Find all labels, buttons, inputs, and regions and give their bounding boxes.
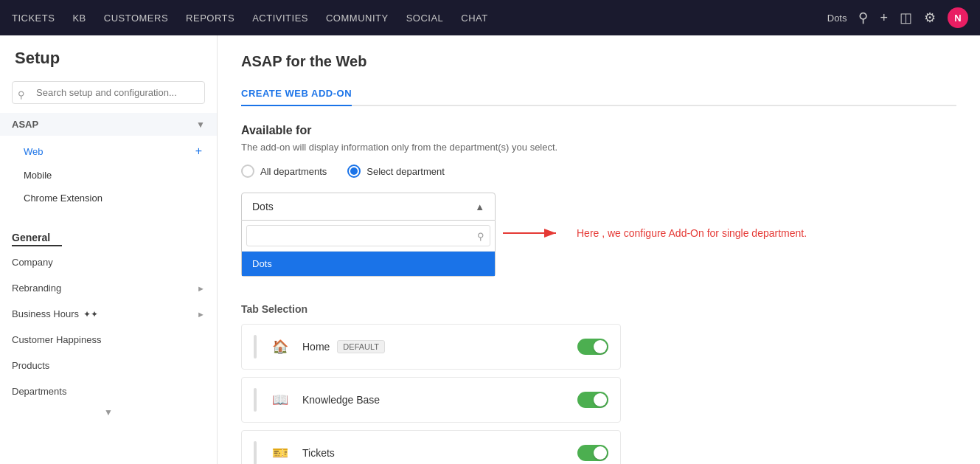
chrome-extension-label: Chrome Extension — [24, 193, 102, 204]
sidebar-item-mobile[interactable]: Mobile — [0, 164, 217, 187]
department-dropdown-menu: ⚲ Dots — [241, 221, 496, 277]
business-hours-chevron-icon: ► — [197, 310, 205, 319]
products-label: Products — [12, 360, 49, 371]
toggle-row-knowledge-base: 📖 Knowledge Base — [241, 377, 621, 423]
customer-happiness-label: Customer Happiness — [12, 334, 101, 345]
kb-label-text: Knowledge Base — [302, 394, 380, 406]
sidebar-item-chrome-extension[interactable]: Chrome Extension — [0, 187, 217, 210]
rebranding-chevron-icon: ► — [197, 284, 205, 293]
asap-section-label: ASAP — [12, 119, 38, 130]
tickets-toggle-label: Tickets — [302, 447, 577, 459]
toggle-row-tickets: 🎫 Tickets — [241, 430, 621, 464]
nav-reports[interactable]: REPORTS — [186, 10, 234, 27]
radio-circle-all — [241, 165, 254, 178]
toggle-row-home: 🏠 Home DEFAULT — [241, 324, 621, 370]
scroll-indicator: ▼ — [0, 404, 217, 420]
sidebar-item-web[interactable]: Web + — [0, 139, 217, 164]
nav-chat[interactable]: CHAT — [461, 10, 487, 27]
department-dropdown-trigger[interactable]: Dots ▲ — [241, 193, 496, 221]
sidebar-item-departments[interactable]: Departments — [0, 378, 217, 404]
web-label: Web — [24, 146, 44, 157]
sidebar-item-rebranding[interactable]: Rebranding ► — [0, 275, 217, 301]
department-dropdown-wrapper: Dots ▲ ⚲ Dots — [241, 193, 496, 221]
sidebar-item-customer-happiness[interactable]: Customer Happiness — [0, 327, 217, 353]
dropdown-search-wrapper: ⚲ — [242, 221, 495, 252]
radio-all-departments[interactable]: All departments — [241, 165, 327, 178]
dropdown-chevron-icon: ▲ — [475, 201, 484, 212]
asap-chevron-icon: ▼ — [196, 120, 205, 130]
home-default-badge: DEFAULT — [337, 340, 385, 353]
search-icon[interactable]: ⚲ — [858, 10, 868, 26]
department-radio-group: All departments Select department — [241, 165, 956, 178]
radio-circle-select — [347, 165, 361, 178]
drag-handle-kb[interactable] — [254, 388, 257, 412]
kb-icon: 📖 — [267, 387, 293, 413]
asap-section-header[interactable]: ASAP ▼ — [0, 113, 217, 136]
sidebar-item-products[interactable]: Products — [0, 353, 217, 378]
avatar[interactable]: N — [948, 7, 968, 28]
tab-bar: CREATE WEB ADD-ON — [241, 82, 956, 106]
sidebar-search-icon: ⚲ — [18, 89, 25, 100]
company-label: Company — [12, 257, 53, 268]
nav-kb[interactable]: KB — [72, 10, 86, 27]
sidebar-search-input[interactable] — [12, 81, 205, 104]
asap-sub-items: Web + Mobile Chrome Extension — [0, 136, 217, 212]
nav-activities[interactable]: ACTIVITIES — [252, 10, 308, 27]
available-for-heading: Available for — [241, 124, 956, 137]
dropdown-selected-value: Dots — [252, 201, 274, 212]
annotation-arrow-svg — [503, 222, 562, 244]
top-navigation: TICKETS KB CUSTOMERS REPORTS ACTIVITIES … — [0, 0, 980, 35]
nav-social[interactable]: SOCIAL — [406, 10, 444, 27]
window-icon[interactable]: ◫ — [900, 10, 912, 26]
main-content: ASAP for the Web CREATE WEB ADD-ON Avail… — [218, 35, 980, 464]
nav-right: Dots ⚲ + ◫ ⚙ N — [827, 7, 968, 28]
radio-select-department[interactable]: Select department — [347, 165, 445, 178]
sidebar-search-wrapper: ⚲ — [0, 75, 217, 113]
tab-create-web-addon[interactable]: CREATE WEB ADD-ON — [241, 82, 352, 106]
tickets-toggle-switch[interactable] — [577, 445, 608, 461]
dropdown-search-icon: ⚲ — [477, 230, 484, 241]
nav-community[interactable]: COMMUNITY — [326, 10, 389, 27]
annotation-text: Here , we configure Add-On for single de… — [577, 227, 807, 239]
home-label-text: Home — [302, 341, 330, 353]
sparkle-icon: ✦✦ — [83, 309, 98, 319]
home-toggle-switch[interactable] — [577, 339, 608, 355]
home-icon: 🏠 — [267, 333, 293, 360]
web-plus-icon[interactable]: + — [195, 145, 202, 158]
nav-customers[interactable]: CUSTOMERS — [104, 10, 168, 27]
nav-username: Dots — [827, 13, 847, 24]
sidebar-item-business-hours[interactable]: Business Hours ✦✦ ► — [0, 301, 217, 327]
available-for-description: The add-on will display information only… — [241, 142, 956, 153]
dropdown-search-input[interactable] — [246, 225, 490, 246]
add-icon[interactable]: + — [880, 10, 888, 26]
dropdown-annotation-row: Dots ▲ ⚲ Dots — [241, 193, 956, 244]
select-department-label: Select department — [366, 166, 445, 177]
sidebar-item-company[interactable]: Company — [0, 249, 217, 275]
page-title: ASAP for the Web — [241, 53, 956, 70]
general-section-wrapper: General — [0, 212, 217, 249]
sidebar-title: Setup — [0, 35, 217, 75]
annotation-container: Here , we configure Add-On for single de… — [503, 222, 807, 244]
tickets-icon: 🎫 — [267, 440, 293, 464]
kb-toggle-label: Knowledge Base — [302, 394, 577, 406]
layout: Setup ⚲ ASAP ▼ Web + Mobile Chrome Exten… — [0, 35, 980, 464]
tickets-label-text: Tickets — [302, 447, 335, 459]
mobile-label: Mobile — [24, 170, 52, 181]
tab-selection-heading: Tab Selection — [241, 303, 956, 315]
drag-handle-tickets[interactable] — [254, 441, 257, 464]
rebranding-label: Rebranding — [12, 283, 61, 294]
nav-items: TICKETS KB CUSTOMERS REPORTS ACTIVITIES … — [12, 10, 827, 27]
general-section-label: General — [12, 221, 62, 246]
nav-tickets[interactable]: TICKETS — [12, 10, 55, 27]
sidebar: Setup ⚲ ASAP ▼ Web + Mobile Chrome Exten… — [0, 35, 218, 464]
dropdown-option-dots[interactable]: Dots — [242, 252, 495, 276]
drag-handle-home[interactable] — [254, 335, 257, 359]
kb-toggle-switch[interactable] — [577, 392, 608, 408]
business-hours-label: Business Hours — [12, 308, 79, 319]
departments-label: Departments — [12, 386, 66, 397]
settings-icon[interactable]: ⚙ — [924, 10, 936, 26]
home-toggle-label: Home DEFAULT — [302, 340, 577, 353]
all-departments-label: All departments — [260, 166, 327, 177]
